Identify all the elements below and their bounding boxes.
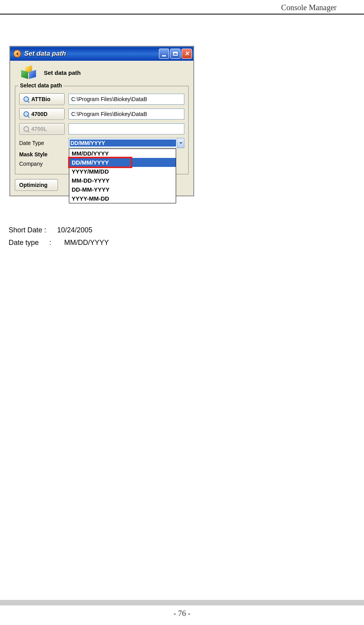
date-type-colon: :: [49, 236, 64, 249]
magnifier-icon: [23, 111, 29, 117]
date-type-dropdown: MM/DD/YYYY DD/MM/YYYY YYYY/MM/DD MM-DD-Y…: [69, 149, 176, 203]
body-text: Short Date : 10/24/2005 Date type : MM/D…: [9, 224, 352, 249]
optimizing-label: Optimizing: [19, 182, 47, 188]
date-type-combo[interactable]: DD/MM/YYYY MM/DD/YYYY DD/MM/YYYY YYYY/MM…: [68, 138, 184, 148]
document-page: Console Manager Set data path Set data p…: [0, 0, 364, 625]
minimize-icon: [162, 55, 166, 56]
date-type-selected: DD/MM/YYYY: [70, 139, 176, 147]
attbio-button-label: ATTBio: [31, 96, 50, 102]
dd-option[interactable]: DD/MM/YYYY: [69, 158, 176, 167]
4700l-path-input[interactable]: [68, 123, 184, 134]
window-controls: [159, 49, 192, 59]
4700d-button-label: 4700D: [31, 111, 47, 117]
window-body: Set data path Select data path ATTBio C:…: [10, 61, 193, 196]
attbio-button[interactable]: ATTBio: [19, 93, 65, 105]
maximize-icon: [173, 52, 178, 56]
footer-bar: [0, 600, 364, 605]
dd-option[interactable]: MM/DD/YYYY: [69, 149, 176, 158]
header-title: Console Manager: [281, 3, 356, 12]
clock-icon: [13, 50, 21, 58]
dd-option[interactable]: YYYY/MM/DD: [69, 167, 176, 176]
4700d-button[interactable]: 4700D: [19, 108, 65, 120]
4700d-row: 4700D C:\Program Files\Biokey\DataB: [19, 108, 184, 120]
close-icon: [184, 50, 189, 57]
page-number: - 76 -: [0, 609, 364, 618]
chevron-down-icon[interactable]: [177, 138, 184, 148]
attbio-path-input[interactable]: C:\Program Files\Biokey\DataB: [68, 94, 184, 105]
magnifier-icon: [23, 126, 29, 132]
window-title: Set data path: [24, 50, 159, 58]
date-type-text-label: Date type: [9, 236, 49, 249]
company-label: Company: [19, 161, 65, 167]
4700l-button-label: 4700L: [31, 126, 47, 132]
select-data-path-fieldset: Select data path ATTBio C:\Program Files…: [15, 86, 189, 174]
date-type-label: Date Type: [19, 140, 65, 146]
dd-option[interactable]: MM-DD-YYYY: [69, 176, 176, 185]
short-date-label: Short Date :: [9, 224, 57, 236]
cubes-icon: [21, 65, 37, 80]
magnifier-icon: [23, 96, 29, 102]
dd-option[interactable]: DD-MM-YYYY: [69, 185, 176, 194]
4700l-row: 4700L: [19, 123, 184, 135]
optimizing-button[interactable]: Optimizing: [15, 179, 58, 191]
page-header: Console Manager: [0, 0, 364, 14]
short-date-value: 10/24/2005: [57, 224, 92, 236]
dd-option[interactable]: YYYY-MM-DD: [69, 194, 176, 203]
attbio-row: ATTBio C:\Program Files\Biokey\DataB: [19, 93, 184, 105]
minimize-button[interactable]: [159, 49, 169, 59]
set-data-path-window: Set data path Set data path Select data …: [9, 46, 194, 196]
titlebar[interactable]: Set data path: [10, 47, 193, 61]
maximize-button[interactable]: [170, 49, 180, 59]
fieldset-legend: Select data path: [18, 82, 63, 89]
date-type-text-value: MM/DD/YYYY: [64, 236, 109, 249]
close-button[interactable]: [182, 49, 192, 59]
window-header-label: Set data path: [44, 69, 81, 76]
date-type-row: Date Type DD/MM/YYYY MM/DD/YYYY DD/MM/YY…: [19, 138, 184, 148]
window-header-row: Set data path: [21, 65, 189, 80]
4700l-button: 4700L: [19, 123, 65, 135]
mask-style-label: Mask Style: [19, 151, 65, 158]
4700d-path-input[interactable]: C:\Program Files\Biokey\DataB: [68, 109, 184, 120]
